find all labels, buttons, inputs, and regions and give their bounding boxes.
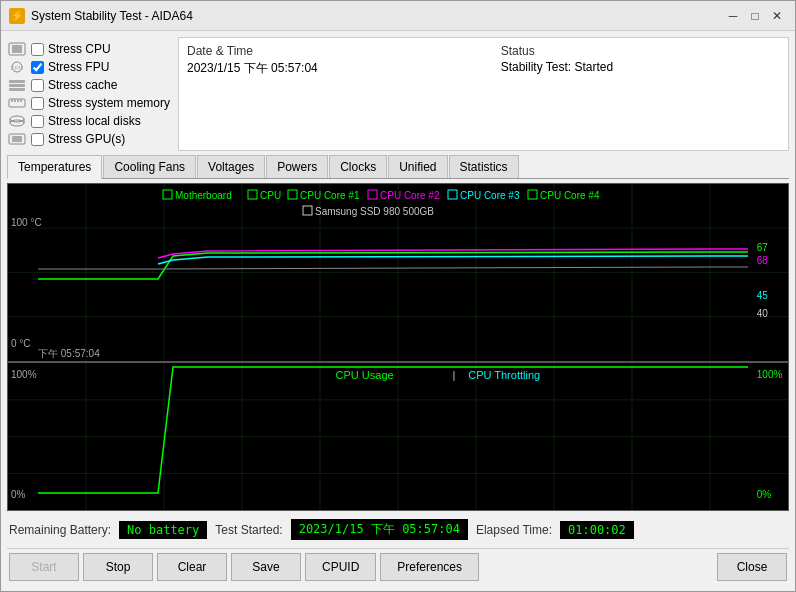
- window-controls: ─ □ ✕: [723, 6, 787, 26]
- svg-rect-10: [17, 99, 19, 102]
- svg-rect-4: [9, 80, 25, 83]
- svg-rect-8: [11, 99, 13, 102]
- title-bar: ⚡ System Stability Test - AIDA64 ─ □ ✕: [1, 1, 795, 31]
- svg-text:100 °C: 100 °C: [11, 217, 42, 228]
- disk-icon: [7, 113, 27, 129]
- tab-statistics[interactable]: Statistics: [449, 155, 519, 178]
- cpu-chart: CPU Usage | CPU Throttling 100% 0% 100% …: [7, 362, 789, 511]
- preferences-button[interactable]: Preferences: [380, 553, 479, 581]
- cache-icon: [7, 77, 27, 93]
- stress-options-panel: Stress CPU FPU Stress FPU Stress cache: [7, 37, 170, 151]
- start-button[interactable]: Start: [9, 553, 79, 581]
- tab-cooling[interactable]: Cooling Fans: [103, 155, 196, 178]
- svg-text:CPU Core #2: CPU Core #2: [380, 190, 440, 201]
- svg-text:67: 67: [757, 242, 769, 253]
- stress-disks-checkbox[interactable]: [31, 115, 44, 128]
- stress-disks-item: Stress local disks: [7, 113, 170, 129]
- tab-powers[interactable]: Powers: [266, 155, 328, 178]
- datetime-label: Date & Time: [187, 44, 485, 58]
- stress-gpu-checkbox[interactable]: [31, 133, 44, 146]
- stress-gpu-label: Stress GPU(s): [48, 132, 125, 146]
- svg-text:100%: 100%: [11, 369, 37, 380]
- stress-cache-item: Stress cache: [7, 77, 170, 93]
- temp-chart-svg: Motherboard CPU CPU Core #1 CPU Core #2 …: [8, 184, 788, 361]
- stress-cpu-item: Stress CPU: [7, 41, 170, 57]
- svg-rect-17: [12, 136, 22, 142]
- cpuid-button[interactable]: CPUID: [305, 553, 376, 581]
- app-icon: ⚡: [9, 8, 25, 24]
- cpu-chart-svg: CPU Usage | CPU Throttling 100% 0% 100% …: [8, 363, 788, 510]
- close-button[interactable]: Close: [717, 553, 787, 581]
- window-title: System Stability Test - AIDA64: [31, 9, 723, 23]
- elapsed-label: Elapsed Time:: [476, 523, 552, 537]
- svg-text:0%: 0%: [11, 489, 26, 500]
- maximize-button[interactable]: □: [745, 6, 765, 26]
- main-window: ⚡ System Stability Test - AIDA64 ─ □ ✕ S…: [0, 0, 796, 592]
- elapsed-value: 01:00:02: [560, 521, 634, 539]
- stress-memory-checkbox[interactable]: [31, 97, 44, 110]
- stress-cache-label: Stress cache: [48, 78, 117, 92]
- tab-temperatures[interactable]: Temperatures: [7, 155, 102, 179]
- svg-rect-1: [12, 45, 22, 53]
- charts-section: Motherboard CPU CPU Core #1 CPU Core #2 …: [7, 183, 789, 511]
- svg-text:CPU Usage: CPU Usage: [336, 369, 394, 381]
- svg-rect-5: [9, 84, 25, 87]
- clear-button[interactable]: Clear: [157, 553, 227, 581]
- fpu-icon: FPU: [7, 59, 27, 75]
- started-label: Test Started:: [215, 523, 282, 537]
- svg-text:40: 40: [757, 308, 769, 319]
- stress-cpu-label: Stress CPU: [48, 42, 111, 56]
- stress-memory-label: Stress system memory: [48, 96, 170, 110]
- gpu-icon: [7, 131, 27, 147]
- memory-icon: [7, 95, 27, 111]
- status-value: Stability Test: Started: [501, 60, 780, 77]
- svg-text:CPU: CPU: [260, 190, 281, 201]
- info-panel: Date & Time Status 2023/1/15 下午 05:57:04…: [178, 37, 789, 151]
- svg-text:CPU Throttling: CPU Throttling: [468, 369, 540, 381]
- stress-gpu-item: Stress GPU(s): [7, 131, 170, 147]
- content-area: Stress CPU FPU Stress FPU Stress cache: [1, 31, 795, 591]
- stress-fpu-label: Stress FPU: [48, 60, 109, 74]
- close-window-button[interactable]: ✕: [767, 6, 787, 26]
- svg-text:0 °C: 0 °C: [11, 338, 31, 349]
- top-section: Stress CPU FPU Stress FPU Stress cache: [7, 37, 789, 151]
- datetime-value: 2023/1/15 下午 05:57:04: [187, 60, 485, 77]
- svg-text:FPU: FPU: [11, 65, 23, 71]
- stress-cpu-checkbox[interactable]: [31, 43, 44, 56]
- svg-text:68: 68: [757, 255, 769, 266]
- svg-text:CPU Core #1: CPU Core #1: [300, 190, 360, 201]
- tab-clocks[interactable]: Clocks: [329, 155, 387, 178]
- save-button[interactable]: Save: [231, 553, 301, 581]
- svg-point-15: [10, 120, 24, 126]
- svg-text:CPU Core #4: CPU Core #4: [540, 190, 600, 201]
- stop-button[interactable]: Stop: [83, 553, 153, 581]
- battery-label: Remaining Battery:: [9, 523, 111, 537]
- status-header-label: Status: [501, 44, 780, 58]
- minimize-button[interactable]: ─: [723, 6, 743, 26]
- svg-text:Motherboard: Motherboard: [175, 190, 232, 201]
- svg-text:Samsung SSD 980 500GB: Samsung SSD 980 500GB: [315, 206, 434, 217]
- svg-text:45: 45: [757, 290, 769, 301]
- stress-cache-checkbox[interactable]: [31, 79, 44, 92]
- svg-rect-11: [20, 99, 22, 102]
- button-bar: Start Stop Clear Save CPUID Preferences …: [7, 548, 789, 585]
- tab-voltages[interactable]: Voltages: [197, 155, 265, 178]
- stress-fpu-item: FPU Stress FPU: [7, 59, 170, 75]
- stress-fpu-checkbox[interactable]: [31, 61, 44, 74]
- svg-rect-9: [14, 99, 16, 102]
- svg-text:CPU Core #3: CPU Core #3: [460, 190, 520, 201]
- tabs-bar: Temperatures Cooling Fans Voltages Power…: [7, 155, 789, 179]
- tab-unified[interactable]: Unified: [388, 155, 447, 178]
- svg-text:0%: 0%: [757, 489, 772, 500]
- status-bar: Remaining Battery: No battery Test Start…: [7, 515, 789, 544]
- svg-text:下午 05:57:04: 下午 05:57:04: [38, 348, 100, 359]
- stress-disks-label: Stress local disks: [48, 114, 141, 128]
- cpu-icon: [7, 41, 27, 57]
- started-value: 2023/1/15 下午 05:57:04: [291, 519, 468, 540]
- svg-text:100%: 100%: [757, 369, 783, 380]
- temperature-chart: Motherboard CPU CPU Core #1 CPU Core #2 …: [7, 183, 789, 362]
- stress-memory-item: Stress system memory: [7, 95, 170, 111]
- battery-value: No battery: [119, 521, 207, 539]
- svg-text:|: |: [453, 369, 456, 381]
- svg-rect-6: [9, 88, 25, 91]
